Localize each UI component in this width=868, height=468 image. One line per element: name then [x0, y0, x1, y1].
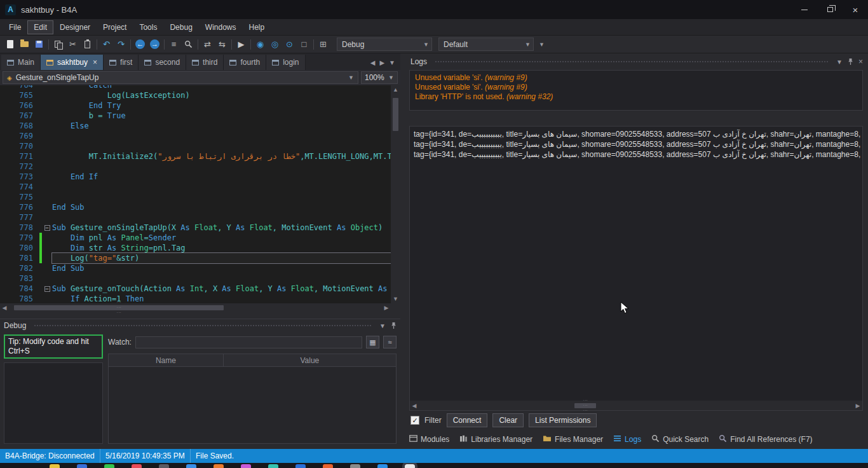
expression-icon[interactable]: ≈ [383, 336, 397, 348]
document-tab-third[interactable]: third [186, 55, 224, 70]
scrollbar-thumb[interactable] [574, 403, 596, 408]
taskbar-app-icon[interactable] [186, 464, 196, 468]
menu-help[interactable]: Help [243, 20, 271, 34]
document-tab-fourth[interactable]: fourth [224, 55, 266, 70]
tool-tab-quick-search[interactable]: Quick Search [651, 434, 709, 444]
menu-project[interactable]: Project [97, 20, 133, 34]
taskbar-app-icon[interactable] [104, 464, 114, 468]
menu-debug[interactable]: Debug [163, 20, 198, 34]
taskbar-app-icon[interactable] [241, 464, 251, 468]
tabs-list-icon[interactable]: ≡ [166, 38, 181, 52]
tool-tab-libraries-manager[interactable]: Libraries Manager [459, 435, 532, 444]
compile-release-icon[interactable]: ⇆ [215, 38, 229, 52]
taskbar-app-icon[interactable] [50, 464, 60, 468]
save-icon[interactable] [32, 38, 46, 52]
connect-button[interactable]: Connect [447, 413, 488, 427]
redo-icon[interactable]: ↷ [114, 38, 128, 52]
scroll-right-icon[interactable]: ▶ [853, 401, 862, 410]
scrollbar-thumb[interactable] [14, 305, 224, 310]
editor-vertical-scrollbar[interactable]: ▲ ▼ [391, 85, 400, 303]
new-file-icon[interactable] [3, 38, 17, 52]
toolbar-overflow-icon[interactable]: ▼ [539, 41, 545, 48]
document-tab-second[interactable]: second [139, 55, 186, 70]
chevron-down-icon[interactable]: ▼ [379, 322, 386, 329]
horizontal-splitter[interactable] [0, 312, 400, 319]
log-output[interactable]: tag={id=341, de=ببببببببببب, title=سیمان… [409, 126, 863, 411]
b4a-bridge-icon[interactable]: ◎ [268, 38, 282, 52]
evaluate-icon[interactable]: ▦ [366, 336, 379, 348]
menu-file[interactable]: File [3, 20, 27, 34]
undo-icon[interactable]: ↶ [99, 38, 114, 52]
run-icon[interactable]: ▶ [234, 38, 248, 52]
panel-drag-grip[interactable] [435, 60, 829, 63]
compiler-warnings-list[interactable]: Unused variable 'si'. (warning #9)Unused… [409, 70, 863, 111]
taskbar-app-icon[interactable] [159, 464, 169, 468]
wireless-icon[interactable]: ⊙ [282, 38, 297, 52]
scroll-left-icon[interactable]: ◀ [0, 303, 9, 312]
zoom-selector[interactable]: 100% ▼ [361, 71, 398, 84]
editor-horizontal-scrollbar[interactable]: ◀ ▶ [0, 303, 400, 312]
fold-collapse-icon[interactable]: − [42, 223, 52, 233]
taskbar-app-icon[interactable] [350, 464, 360, 468]
restore-button[interactable] [817, 0, 843, 19]
designer-icon[interactable]: ⊞ [316, 38, 330, 52]
taskbar-app-icon[interactable] [214, 464, 224, 468]
tab-list-icon[interactable]: ▼ [389, 59, 395, 66]
navigate-forward-icon[interactable]: → [147, 38, 162, 52]
document-tab-sakhtbuy[interactable]: sakhtbuy× [41, 55, 104, 70]
connect-device-icon[interactable]: ◉ [253, 38, 268, 52]
tool-tab-find-all-references-f7-[interactable]: Find All References (F7) [719, 434, 812, 444]
menu-designer[interactable]: Designer [53, 20, 97, 34]
chevron-down-icon[interactable]: ▼ [836, 59, 843, 65]
copy-icon[interactable] [51, 38, 65, 52]
document-tab-main[interactable]: Main [1, 55, 41, 70]
find-icon[interactable] [181, 38, 196, 52]
menu-edit[interactable]: Edit [27, 20, 53, 34]
navigate-back-icon[interactable]: ← [133, 38, 147, 52]
taskbar-app-icon[interactable] [295, 464, 306, 468]
build-configuration-select[interactable]: Debug ▼ [337, 38, 432, 51]
method-selector[interactable]: ◈ Gesture_onSingleTapUp ▼ [3, 71, 358, 84]
tool-tab-files-manager[interactable]: Files Manager [543, 435, 603, 444]
fold-collapse-icon[interactable]: − [42, 284, 52, 294]
close-button[interactable]: × [843, 0, 868, 19]
document-tab-login[interactable]: login [266, 55, 305, 70]
menu-tools[interactable]: Tools [133, 20, 163, 34]
tab-scroll-right-icon[interactable]: ▶ [379, 59, 384, 66]
tab-scroll-left-icon[interactable]: ◀ [370, 59, 376, 66]
scroll-down-icon[interactable]: ▼ [391, 294, 400, 303]
scroll-right-icon[interactable]: ▶ [382, 303, 391, 312]
compile-debug-icon[interactable]: ⇄ [200, 38, 215, 52]
logs-horizontal-scrollbar[interactable]: ◀ ▶ [410, 401, 862, 410]
menu-windows[interactable]: Windows [199, 20, 243, 34]
watch-table[interactable]: Name Value [108, 354, 397, 444]
vertical-splitter[interactable] [400, 53, 405, 449]
stop-icon[interactable]: □ [297, 38, 311, 52]
taskbar-app-icon[interactable] [323, 464, 333, 468]
taskbar-app-icon[interactable] [77, 464, 87, 468]
debug-variables-list[interactable] [4, 362, 103, 444]
pin-icon[interactable] [391, 322, 397, 329]
tool-tab-logs[interactable]: Logs [613, 435, 641, 444]
close-icon[interactable]: × [858, 57, 863, 66]
cut-icon[interactable]: ✂ [65, 38, 80, 52]
paste-icon[interactable] [80, 38, 95, 52]
minimize-button[interactable] [792, 0, 817, 19]
list-permissions-button[interactable]: List Permissions [529, 413, 597, 427]
scroll-left-icon[interactable]: ◀ [410, 401, 419, 410]
close-tab-icon[interactable]: × [93, 58, 97, 67]
pin-icon[interactable] [848, 58, 853, 65]
taskbar-app-icon[interactable] [268, 464, 278, 468]
profile-select[interactable]: Default ▼ [438, 38, 534, 51]
windows-taskbar[interactable] [0, 463, 868, 468]
taskbar-app-icon[interactable] [405, 464, 415, 468]
code-editor[interactable]: 764 Catch765 Log(LastException)766 End T… [0, 85, 400, 303]
scroll-up-icon[interactable]: ▲ [391, 85, 400, 94]
watch-input[interactable] [135, 336, 362, 348]
taskbar-app-icon[interactable] [377, 464, 388, 468]
scrollbar-thumb[interactable] [393, 98, 398, 131]
clear-button[interactable]: Clear [492, 413, 524, 427]
taskbar-app-icon[interactable] [132, 464, 142, 468]
open-project-icon[interactable] [17, 38, 32, 52]
tool-tab-modules[interactable]: Modules [409, 435, 449, 444]
